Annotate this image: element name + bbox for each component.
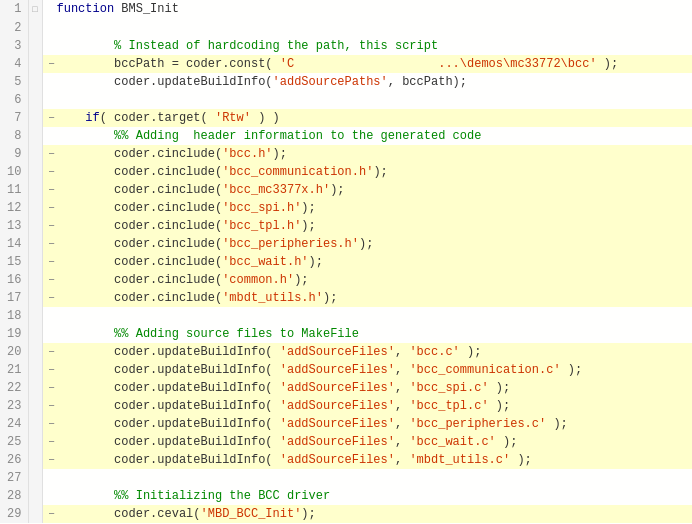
token-str: 'Rtw' [215,111,251,125]
code-content: – coder.updateBuildInfo( 'addSourceFiles… [42,451,692,469]
diff-marker [47,307,57,325]
diff-marker: – [47,55,57,73]
token-str: 'common.h' [222,273,294,287]
line-number: 29 [0,505,28,523]
token-plain: ); [294,273,308,287]
token-plain: , [395,435,409,449]
token-str: 'addSourceFiles' [280,399,395,413]
line-number: 8 [0,127,28,145]
diff-marker: – [47,253,57,271]
token-plain: coder.cinclude( [57,291,223,305]
token-plain: ); [460,345,482,359]
token-str: 'bcc_tpl.c' [409,399,488,413]
code-content [42,19,692,37]
code-content: %% Adding header information to the gene… [42,127,692,145]
fold-marker[interactable]: □ [28,0,42,19]
token-str: 'mbdt_utils.h' [222,291,323,305]
fold-marker [28,109,42,127]
token-plain: coder.updateBuildInfo( [57,435,280,449]
code-row: 17– coder.cinclude('mbdt_utils.h'); [0,289,692,307]
fold-marker [28,451,42,469]
token-plain [57,489,115,503]
line-number: 22 [0,379,28,397]
fold-marker [28,307,42,325]
diff-marker: – [47,217,57,235]
fold-marker [28,379,42,397]
token-plain: ); [489,381,511,395]
token-plain: coder.updateBuildInfo( [57,345,280,359]
line-number: 20 [0,343,28,361]
token-plain: coder.updateBuildInfo( [57,417,280,431]
fold-marker [28,91,42,109]
token-str: 'bcc.c' [409,345,459,359]
fold-marker [28,235,42,253]
token-plain: ); [301,507,315,521]
token-str: 'bcc_mc3377x.h' [222,183,330,197]
fold-marker [28,217,42,235]
diff-marker [47,469,57,487]
diff-marker: – [47,379,57,397]
token-plain: ); [496,435,518,449]
diff-marker: – [47,199,57,217]
line-number: 3 [0,37,28,55]
fold-marker [28,415,42,433]
token-plain: coder.ceval( [57,507,201,521]
line-number: 28 [0,487,28,505]
diff-marker: – [47,109,57,127]
code-content: – coder.updateBuildInfo( 'addSourceFiles… [42,343,692,361]
line-number: 17 [0,289,28,307]
token-plain [57,327,115,341]
token-plain: ); [359,237,373,251]
token-plain: coder.updateBuildInfo( [57,381,280,395]
code-row: 7– if( coder.target( 'Rtw' ) ) [0,109,692,127]
token-str: 'addSourceFiles' [280,417,395,431]
code-content: – coder.cinclude('bcc_peripheries.h'); [42,235,692,253]
code-content: – coder.cinclude('bcc_spi.h'); [42,199,692,217]
code-table: 1□ function BMS_Init2 3 % Instead of har… [0,0,692,523]
token-plain: coder.cinclude( [57,255,223,269]
code-row: 29– coder.ceval('MBD_BCC_Init'); [0,505,692,523]
code-row: 25– coder.updateBuildInfo( 'addSourceFil… [0,433,692,451]
token-plain: coder.cinclude( [57,147,223,161]
line-number: 26 [0,451,28,469]
code-content: – coder.cinclude('bcc_communication.h'); [42,163,692,181]
code-content: % Instead of hardcoding the path, this s… [42,37,692,55]
diff-marker [47,325,57,343]
diff-marker [47,19,57,37]
code-row: 9– coder.cinclude('bcc.h'); [0,145,692,163]
line-number: 19 [0,325,28,343]
code-row: 14– coder.cinclude('bcc_peripheries.h'); [0,235,692,253]
diff-marker: – [47,163,57,181]
token-str: 'addSourceFiles' [280,363,395,377]
line-number: 12 [0,199,28,217]
token-str: 'MBD_BCC_Init' [201,507,302,521]
code-row: 12– coder.cinclude('bcc_spi.h'); [0,199,692,217]
line-number: 25 [0,433,28,451]
code-content: – coder.cinclude('bcc_mc3377x.h'); [42,181,692,199]
line-number: 7 [0,109,28,127]
token-str: 'addSourceFiles' [280,345,395,359]
token-plain: coder.updateBuildInfo( [57,363,280,377]
diff-marker: – [47,145,57,163]
code-content: – if( coder.target( 'Rtw' ) ) [42,109,692,127]
token-cm: %% Initializing the BCC driver [114,489,330,503]
code-row: 11– coder.cinclude('bcc_mc3377x.h'); [0,181,692,199]
token-plain: BMS_Init [114,2,179,16]
fold-marker [28,271,42,289]
token-plain: ) ) [251,111,280,125]
token-cm: %% Adding header information to the gene… [114,129,481,143]
fold-marker [28,163,42,181]
token-str: 'bcc_peripheries.h' [222,237,359,251]
fold-marker [28,487,42,505]
token-plain: ); [301,201,315,215]
token-str: 'bcc_tpl.h' [222,219,301,233]
code-row: 1□ function BMS_Init [0,0,692,19]
token-str: 'addSourceFiles' [280,453,395,467]
token-plain: , [395,345,409,359]
token-plain: bccPath = coder.const( [57,57,280,71]
code-row: 3 % Instead of hardcoding the path, this… [0,37,692,55]
token-str: 'bcc_communication.c' [409,363,560,377]
line-number: 13 [0,217,28,235]
code-row: 27 [0,469,692,487]
line-number: 14 [0,235,28,253]
